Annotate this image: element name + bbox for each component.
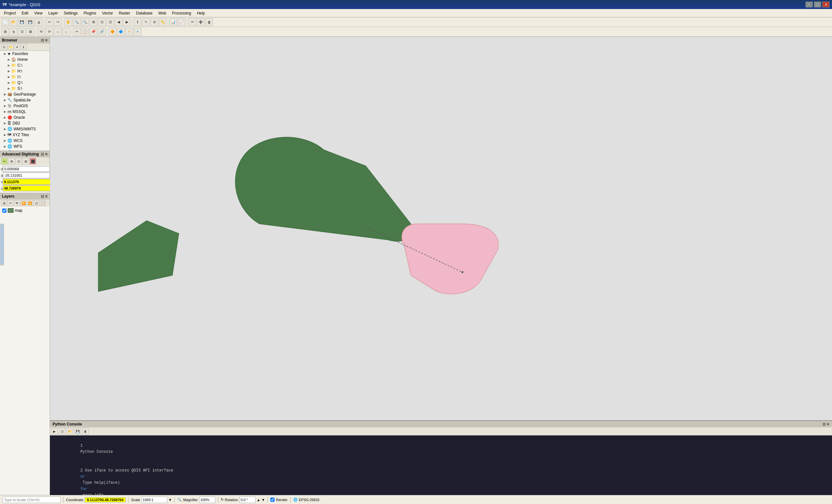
tb-new[interactable]: 📄 <box>1 18 9 26</box>
adv-dig-tb-2[interactable]: ⊞ <box>8 158 15 165</box>
tb2-14[interactable]: 🔷 <box>117 28 125 36</box>
tb-redo[interactable]: ↪ <box>54 18 61 26</box>
tb-deselect[interactable]: ⊘ <box>151 18 158 26</box>
tb2-4[interactable]: ⊠ <box>26 28 34 36</box>
menu-layer[interactable]: Layer <box>46 10 60 16</box>
menu-settings[interactable]: Settings <box>61 10 80 16</box>
layers-tb-1[interactable]: ⊞ <box>1 200 7 206</box>
py-tb-3[interactable]: 📂 <box>67 428 73 435</box>
browser-content[interactable]: ▶ ★ Favorites ▶ 🏠 Home ▶ 📁 C:\ <box>0 51 50 150</box>
browser-item-q[interactable]: ▶ 📁 Q:\ <box>0 80 50 86</box>
browser-tb-1[interactable]: ↻ <box>1 44 7 50</box>
py-tb-2[interactable]: ⊡ <box>59 428 66 435</box>
adv-dig-tb-4[interactable]: ⊠ <box>23 158 29 165</box>
browser-item-i[interactable]: ▶ 📁 I:\ <box>0 74 50 80</box>
browser-item-oracle[interactable]: ▶ 🔴 Oracle <box>0 115 50 120</box>
adv-dig-tb-3[interactable]: ⊡ <box>16 158 22 165</box>
dig-d-input[interactable] <box>3 166 50 172</box>
layer-item-map[interactable]: map <box>1 207 49 214</box>
tb2-7[interactable]: ↔ <box>54 28 61 36</box>
adv-dig-tb-5[interactable]: ⬛ <box>30 158 36 165</box>
tb-stat[interactable]: 📈 <box>178 18 186 26</box>
tb2-2[interactable]: 🖱 <box>10 28 18 36</box>
tb2-12[interactable]: 🔗 <box>98 28 106 36</box>
render-checkbox[interactable] <box>270 498 275 502</box>
tb-undo[interactable]: ↩ <box>46 18 53 26</box>
browser-item-h[interactable]: ▶ 📁 H:\ <box>0 68 50 74</box>
tb2-13[interactable]: 🔶 <box>109 28 116 36</box>
menu-plugins[interactable]: Plugins <box>81 10 99 16</box>
tb-add-feat[interactable]: ➕ <box>197 18 205 26</box>
layer-map-checkbox[interactable] <box>2 208 6 213</box>
tb-zoom-next[interactable]: ▶ <box>123 18 131 26</box>
adv-dig-float-btn[interactable]: ⊡ <box>41 152 44 157</box>
browser-close-btn[interactable]: ✕ <box>45 38 48 43</box>
tb-attr-table[interactable]: 📊 <box>170 18 177 26</box>
menu-vector[interactable]: Vector <box>100 10 116 16</box>
scale-dropdown-icon[interactable]: ▼ <box>168 498 172 502</box>
tb-del-feat[interactable]: 🗑 <box>205 18 213 26</box>
maximize-button[interactable]: □ <box>814 2 821 7</box>
browser-item-db2[interactable]: ▶ 🗄 DB2 <box>0 120 50 126</box>
tb2-16[interactable]: 🔹 <box>134 28 141 36</box>
left-side-btn-3[interactable] <box>0 252 3 264</box>
tb-pan[interactable]: ✋ <box>64 18 72 26</box>
tb-select[interactable]: ↖ <box>142 18 150 26</box>
menu-help[interactable]: Help <box>194 10 208 16</box>
close-button[interactable]: ✕ <box>822 2 829 7</box>
dig-x-input[interactable] <box>3 179 53 185</box>
browser-item-home[interactable]: ▶ 🏠 Home <box>0 57 50 62</box>
menu-processing[interactable]: Processing <box>170 10 194 16</box>
tb-zoom-last[interactable]: ◀ <box>115 18 123 26</box>
epsg-item[interactable]: 🌐 EPSG:25832 <box>293 498 320 502</box>
py-tb-4[interactable]: 💾 <box>74 428 81 435</box>
magnifier-input[interactable] <box>199 497 215 503</box>
browser-item-postgis[interactable]: ▶ 🐘 PostGIS <box>0 103 50 109</box>
layers-close-btn[interactable]: ✕ <box>45 194 48 199</box>
map-area[interactable] <box>50 37 832 420</box>
tb2-5[interactable]: ⟲ <box>37 28 45 36</box>
tb-digitize[interactable]: ✏ <box>188 18 196 26</box>
dig-y-input[interactable] <box>3 186 53 191</box>
adv-dig-tb-1[interactable]: ✏ <box>1 158 8 165</box>
tb2-1[interactable]: ⊞ <box>1 28 9 36</box>
tb-zoom-full[interactable]: ⊞ <box>89 18 97 26</box>
tb-zoom-in[interactable]: 🔍 <box>73 18 81 26</box>
tb-save[interactable]: 💾 <box>18 18 26 26</box>
browser-tb-2[interactable]: 📁 <box>8 44 14 50</box>
coordinate-value[interactable]: 9.1113700,48.7268764 <box>85 497 126 502</box>
tb2-8[interactable]: ↕ <box>62 28 70 36</box>
tb-save-as[interactable]: 💾 <box>26 18 34 26</box>
browser-item-s[interactable]: ▶ 📁 S:\ <box>0 86 50 91</box>
browser-item-wms[interactable]: ▶ 🌐 WMS/WMTS <box>0 126 50 132</box>
tb2-15[interactable]: 🔸 <box>125 28 133 36</box>
menu-raster[interactable]: Raster <box>116 10 133 16</box>
browser-item-wcs[interactable]: ▶ 🌐 WCS <box>0 138 50 143</box>
tb2-9[interactable]: ✂ <box>73 28 81 36</box>
adv-dig-close-btn[interactable]: ✕ <box>45 152 48 157</box>
browser-item-mssql[interactable]: ▶ 🗃 MSSQL <box>0 109 50 115</box>
locate-search[interactable] <box>3 497 60 503</box>
py-tb-1[interactable]: ▶ <box>51 428 58 435</box>
menu-database[interactable]: Database <box>133 10 155 16</box>
py-tb-5[interactable]: 🗑 <box>82 428 88 435</box>
minimize-button[interactable]: ─ <box>806 2 813 7</box>
tb2-10[interactable]: 📋 <box>81 28 89 36</box>
python-close-btn[interactable]: ✕ <box>827 422 829 426</box>
menu-project[interactable]: Project <box>1 10 18 16</box>
layers-tb-2[interactable]: ✏ <box>8 200 14 206</box>
tb2-6[interactable]: ⟳ <box>46 28 53 36</box>
browser-item-favorites[interactable]: ▶ ★ Favorites <box>0 51 50 57</box>
rotation-up-btn[interactable]: ▲ <box>257 498 260 502</box>
python-float-btn[interactable]: ⊡ <box>823 422 826 426</box>
dig-a-input[interactable] <box>3 172 50 178</box>
python-output[interactable]: 1 Python Console 2 Use iface to access Q… <box>50 436 832 497</box>
browser-item-xyz[interactable]: ▶ 🗺 XYZ Tiles <box>0 132 50 138</box>
browser-item-geopkg[interactable]: ▶ 📦 GeoPackage <box>0 91 50 97</box>
layers-tb-7[interactable]: 📋 <box>40 200 46 206</box>
rotation-down-btn[interactable]: ▼ <box>262 498 265 502</box>
tb2-11[interactable]: 📌 <box>89 28 97 36</box>
browser-item-c[interactable]: ▶ 📁 C:\ <box>0 62 50 68</box>
left-side-btn-2[interactable] <box>0 238 3 251</box>
tb2-3[interactable]: ⊡ <box>18 28 26 36</box>
